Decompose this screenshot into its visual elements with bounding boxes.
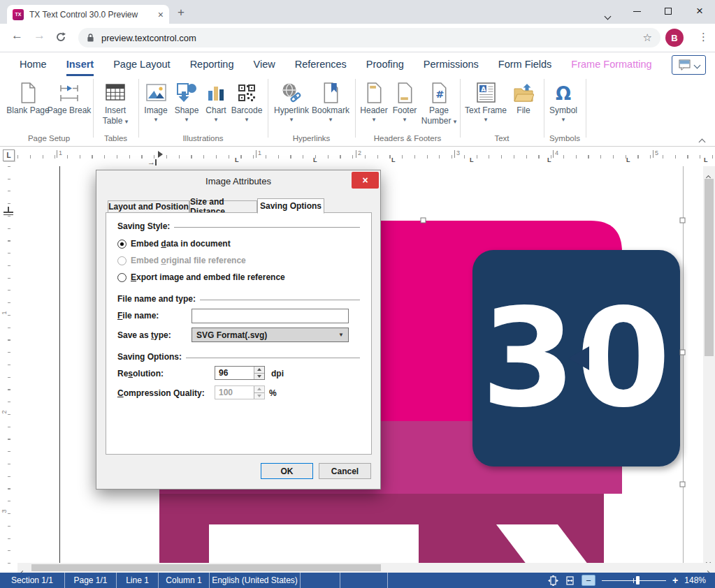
image-button[interactable]: Image ▾ (141, 80, 171, 124)
tab-insert[interactable]: Insert (66, 59, 94, 76)
spin-down-icon[interactable] (254, 373, 264, 380)
browser-tab[interactable]: TX TX Text Control 30.0 Preview × (7, 5, 169, 24)
minimize-button[interactable] (633, 11, 641, 12)
bookmark-button[interactable]: Bookmark ▾ (310, 80, 351, 124)
blank-page-icon (20, 82, 37, 103)
tab-close-icon[interactable]: × (158, 9, 164, 20)
top-margin-marker[interactable] (3, 207, 13, 216)
selection-handle-bottom-right[interactable] (680, 482, 685, 487)
status-page[interactable]: Page 1/1 (65, 573, 117, 588)
zoom-fit-page-icon[interactable] (548, 575, 558, 586)
svg-text:Ω: Ω (556, 83, 571, 103)
tab-frame-formatting[interactable]: Frame Formatting (571, 59, 651, 74)
browser-window: TX TX Text Control 30.0 Preview × + × ← … (0, 0, 715, 588)
zoom-out-button[interactable]: − (582, 575, 595, 586)
tab-stop-marker[interactable]: L (313, 156, 317, 163)
radio-embed-original[interactable]: Embed original file reference (117, 256, 360, 265)
symbol-omega-icon: Ω (554, 82, 573, 103)
insert-table-button[interactable]: Insert Table ▾ (95, 80, 136, 126)
tab-stop-marker[interactable]: L (235, 156, 239, 163)
chart-button[interactable]: Chart ▾ (203, 80, 229, 124)
zoom-slider[interactable] (602, 575, 666, 585)
tab-saving-options[interactable]: Saving Options (257, 198, 324, 214)
zoom-slider-thumb[interactable] (636, 576, 640, 585)
file-button[interactable]: File (509, 80, 538, 116)
radio-selected-icon[interactable] (117, 240, 127, 249)
spin-up-icon (254, 386, 264, 392)
symbol-button[interactable]: Ω Symbol ▾ (547, 80, 580, 124)
browser-menu-icon[interactable]: ⋮ (698, 31, 709, 43)
selection-handle-top[interactable] (421, 218, 426, 223)
zoom-fit-width-icon[interactable] (565, 575, 575, 586)
hyperlink-button[interactable]: Hyperlink ▾ (271, 80, 312, 124)
sidebar-toggle-button[interactable] (672, 55, 706, 75)
tab-selector-box[interactable]: L (3, 149, 15, 161)
status-language[interactable]: English (United States) (210, 573, 301, 588)
bookmark-star-icon[interactable]: ☆ (643, 31, 652, 44)
dropdown-arrow-icon: ▾ (154, 116, 158, 124)
barcode-button[interactable]: Barcode ▾ (229, 80, 264, 124)
collapse-ribbon-icon[interactable] (700, 135, 705, 147)
tab-form-fields[interactable]: Form Fields (498, 59, 552, 74)
horizontal-scrollbar-thumb[interactable] (31, 564, 381, 571)
reload-button[interactable] (55, 31, 66, 45)
tab-stop-marker[interactable]: L (391, 156, 396, 163)
tab-view[interactable]: View (254, 59, 275, 74)
status-column[interactable]: Column 1 (159, 573, 210, 588)
indent-marker[interactable] (158, 151, 163, 158)
forward-button[interactable]: → (34, 29, 45, 43)
tab-search-icon[interactable] (605, 9, 610, 22)
address-bar[interactable]: preview.textcontrol.com ☆ (78, 28, 660, 47)
tab-proofing[interactable]: Proofing (366, 59, 404, 74)
shape-button[interactable]: Shape ▾ (172, 80, 201, 124)
tab-size-and-distance[interactable]: Size and Distance (189, 200, 257, 213)
spin-up-icon[interactable] (254, 367, 264, 373)
tab-page-layout[interactable]: Page Layout (113, 59, 170, 74)
page-number-button[interactable]: # Page Number ▾ (419, 80, 458, 126)
new-tab-button[interactable]: + (178, 6, 185, 20)
radio-unselected-icon[interactable] (117, 273, 127, 282)
profile-avatar[interactable]: B (665, 29, 684, 47)
resolution-spinner[interactable]: 96 (215, 366, 265, 380)
group-page-setup: Page Setup (7, 134, 91, 142)
tab-stop-marker[interactable]: L (547, 156, 551, 163)
back-button[interactable]: ← (11, 29, 23, 43)
radio-embed-data[interactable]: Embed data in document (117, 239, 360, 249)
radio-export-image[interactable]: Export image and embed file reference (117, 272, 360, 282)
tab-home[interactable]: Home (20, 59, 47, 74)
page-break-button[interactable]: Page Break (49, 80, 89, 116)
tab-references[interactable]: References (295, 59, 347, 74)
blank-page-button[interactable]: Blank Page (8, 80, 48, 116)
zoom-level[interactable]: 148% (684, 575, 706, 585)
zoom-in-button[interactable]: + (672, 575, 678, 586)
tab-stop-marker[interactable]: L (704, 156, 708, 163)
dialog-close-button[interactable]: × (352, 172, 379, 189)
header-button[interactable]: Header ▾ (358, 80, 390, 124)
spin-down-icon (254, 392, 264, 399)
resolution-unit: dpi (271, 369, 284, 378)
cancel-button[interactable]: Cancel (319, 463, 371, 479)
status-section[interactable]: Section 1/1 (0, 573, 65, 588)
svg-text:#: # (435, 89, 444, 100)
tab-reporting[interactable]: Reporting (190, 59, 234, 74)
selection-handle-right[interactable] (680, 350, 685, 355)
tab-stop-marker[interactable]: L (470, 156, 474, 163)
page-number-icon: # (431, 82, 448, 103)
tab-layout-and-position[interactable]: Layout and Position (108, 200, 189, 213)
margin-marker[interactable]: → (147, 159, 157, 166)
window-close-button[interactable]: × (696, 6, 703, 16)
save-as-type-select[interactable]: SVG Format(.svg) ▼ (192, 328, 349, 342)
vertical-scrollbar-thumb[interactable] (705, 179, 714, 356)
group-text: Text (460, 134, 544, 142)
text-frame-button[interactable]: A Text Frame ▾ (464, 80, 507, 124)
tab-stop-marker[interactable]: L (626, 156, 630, 163)
file-name-input[interactable] (192, 309, 349, 323)
selection-handle-top-right[interactable] (680, 218, 685, 223)
group-illustrations: Illustrations (138, 134, 268, 142)
image-attributes-dialog: Image Attributes × Layout and Position S… (96, 170, 381, 490)
footer-button[interactable]: Footer ▾ (390, 80, 419, 124)
maximize-button[interactable] (665, 8, 672, 15)
status-line[interactable]: Line 1 (117, 573, 159, 588)
ok-button[interactable]: OK (261, 463, 313, 479)
tab-permissions[interactable]: Permissions (424, 59, 479, 74)
